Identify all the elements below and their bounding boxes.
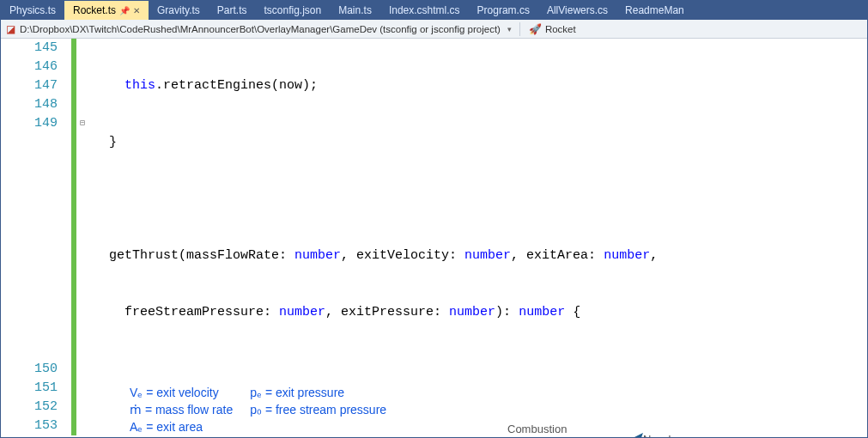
rocket-icon: 🚀 <box>529 23 542 35</box>
file-type-icon: ◪ <box>4 23 16 35</box>
line-number: 152 <box>1 398 58 417</box>
line-number: 153 <box>1 417 58 435</box>
svg-marker-0 <box>600 433 643 437</box>
line-number: 147 <box>1 76 58 95</box>
line-number-gutter: 145 146 147 148 149 150 151 152 153 <box>1 39 71 437</box>
line-number: 148 <box>1 95 58 114</box>
code-editor[interactable]: 145 146 147 148 149 150 151 152 153 ⊟ th… <box>1 39 867 437</box>
code-area[interactable]: this.retractEngines(now); } getThrust(ma… <box>88 39 867 437</box>
line-number: 145 <box>1 39 58 58</box>
legend-m: ṁ = mass flow rate <box>130 401 233 418</box>
breadcrumb-member[interactable]: Rocket <box>545 24 576 34</box>
tab-bar: Physics.ts Rocket.ts 📌 ✕ Gravity.ts Part… <box>1 1 867 20</box>
tab-rocket[interactable]: Rocket.ts 📌 ✕ <box>64 1 149 20</box>
tab-tsconfig[interactable]: tsconfig.json <box>256 1 331 20</box>
breadcrumb-path[interactable]: D:\Dropbox\DX\Twitch\CodeRushed\MrAnnoun… <box>20 24 501 34</box>
fold-gutter: ⊟ <box>76 39 88 437</box>
line-number: 151 <box>1 379 58 398</box>
pin-icon[interactable]: 📌 <box>119 6 130 15</box>
legend-pe: pₑ = exit pressure <box>250 384 386 401</box>
legend-p0: p₀ = free stream pressure <box>250 401 386 418</box>
tab-readme[interactable]: ReadmeMan <box>616 1 693 20</box>
line-number: 146 <box>1 58 58 76</box>
tab-gravity[interactable]: Gravity.ts <box>149 1 209 20</box>
tab-program[interactable]: Program.cs <box>469 1 538 20</box>
line-number: 150 <box>1 360 58 379</box>
tab-main[interactable]: Main.ts <box>330 1 380 20</box>
tab-index[interactable]: Index.cshtml.cs <box>380 1 469 20</box>
rocket-svg: ṁ Fuel Oxidizer <box>128 429 841 437</box>
annot-nozzle: Nozzle <box>643 430 677 437</box>
legend-ve: Vₑ = exit velocity <box>130 384 233 401</box>
tab-physics[interactable]: Physics.ts <box>1 1 64 20</box>
annot-chamber: Chamber <box>519 434 564 437</box>
tab-part[interactable]: Part.ts <box>209 1 256 20</box>
nav-separator <box>519 22 520 36</box>
fold-toggle-icon[interactable]: ⊟ <box>76 114 88 133</box>
tab-allviewers[interactable]: AllViewers.cs <box>538 1 616 20</box>
diagram-legend: Vₑ = exit velocity pₑ = exit pressure ṁ … <box>130 384 386 435</box>
path-dropdown-icon[interactable]: ▾ <box>504 25 516 33</box>
nav-bar: ◪ D:\Dropbox\DX\Twitch\CodeRushed\MrAnno… <box>1 20 867 39</box>
close-icon[interactable]: ✕ <box>133 6 140 15</box>
line-number: 149 <box>1 114 58 133</box>
inline-diagram: Vₑ = exit velocity pₑ = exit pressure ṁ … <box>94 379 867 437</box>
